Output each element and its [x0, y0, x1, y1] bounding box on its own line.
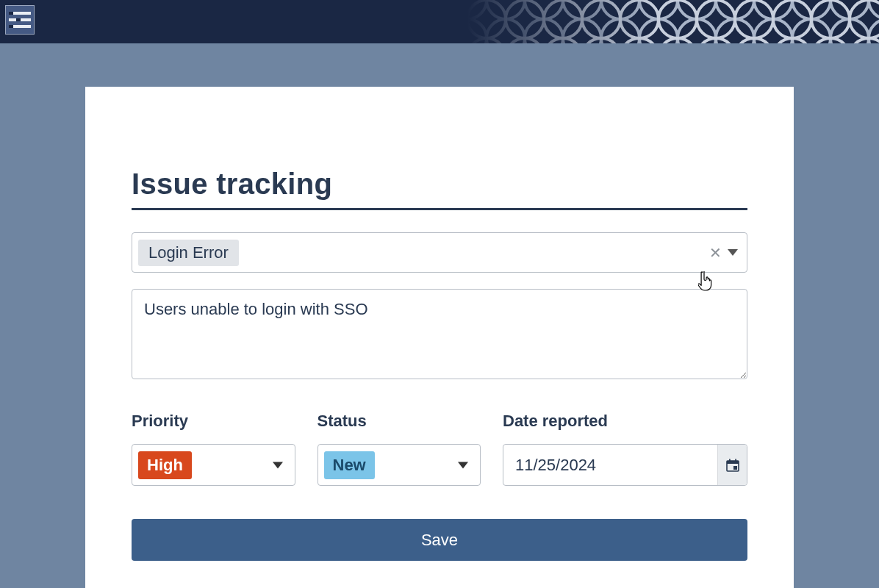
menu-icon — [9, 10, 31, 29]
menu-button[interactable] — [5, 5, 35, 35]
page-title: Issue tracking — [132, 168, 747, 210]
status-label: Status — [317, 412, 481, 431]
save-button[interactable]: Save — [132, 519, 747, 561]
svg-rect-3 — [9, 12, 13, 15]
fields-row: Priority High Status New Date reported — [132, 412, 747, 486]
date-picker-button[interactable] — [717, 445, 747, 485]
svg-rect-4 — [16, 18, 21, 21]
topbar — [0, 0, 879, 43]
category-combobox[interactable]: Login Error ✕ — [132, 232, 747, 273]
svg-rect-14 — [727, 461, 739, 464]
date-field: Date reported — [503, 412, 747, 486]
svg-rect-5 — [9, 25, 13, 28]
priority-select[interactable]: High — [132, 444, 295, 486]
priority-badge: High — [138, 451, 192, 479]
svg-rect-16 — [735, 459, 736, 462]
category-chip[interactable]: Login Error — [138, 240, 239, 266]
chevron-down-icon[interactable] — [728, 249, 738, 256]
description-textarea[interactable] — [132, 289, 747, 379]
form-card: Issue tracking Login Error ✕ Priority Hi… — [85, 87, 794, 588]
date-input-wrapper[interactable] — [503, 444, 747, 486]
status-select[interactable]: New — [317, 444, 481, 486]
chevron-down-icon[interactable] — [458, 462, 468, 468]
priority-label: Priority — [132, 412, 295, 431]
status-field: Status New — [317, 412, 481, 486]
date-input[interactable] — [509, 456, 717, 475]
date-label: Date reported — [503, 412, 747, 431]
status-badge: New — [324, 451, 375, 479]
header-pattern — [467, 0, 879, 43]
svg-rect-17 — [733, 466, 737, 470]
calendar-icon — [725, 458, 740, 473]
svg-rect-15 — [729, 459, 731, 462]
chevron-down-icon[interactable] — [273, 462, 283, 468]
clear-icon[interactable]: ✕ — [709, 244, 722, 262]
svg-rect-12 — [467, 0, 879, 43]
priority-field: Priority High — [132, 412, 295, 486]
